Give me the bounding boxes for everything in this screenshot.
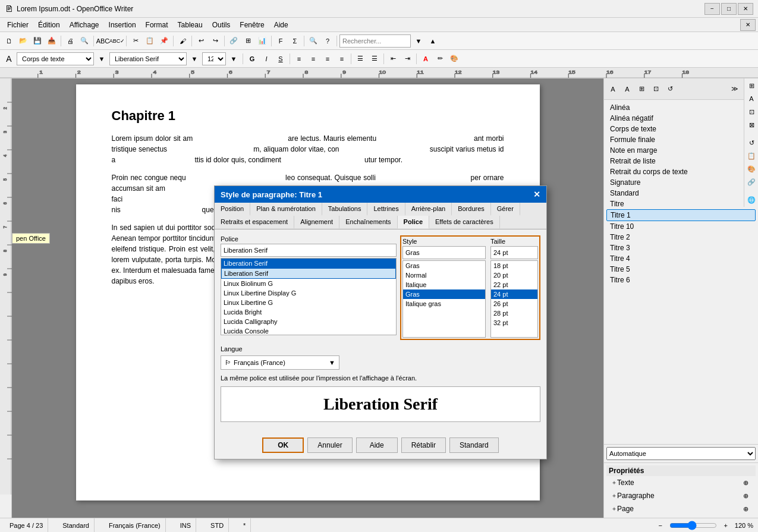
styles-icon-4[interactable]: ⊡ [649, 83, 662, 96]
tab-position[interactable]: Position [215, 203, 250, 216]
ok-button[interactable]: OK [262, 437, 304, 453]
size-item-1[interactable]: 18 pt [491, 261, 537, 270]
size-item-6[interactable]: 28 pt [491, 309, 537, 318]
police-item-5[interactable]: Linux Libertine G [221, 298, 396, 307]
prop-texte[interactable]: ＋ Texte ⊕ [606, 476, 756, 489]
style-item-2[interactable]: Normal [403, 270, 485, 280]
cancel-button[interactable]: Annuler [307, 437, 352, 453]
style-retrait-liste[interactable]: Retrait de liste [606, 156, 756, 166]
tab-enchainements[interactable]: Enchaînements [339, 216, 397, 229]
search-next-button[interactable]: ▼ [412, 34, 425, 48]
menu-aide[interactable]: Aide [269, 20, 293, 30]
menu-fenetre[interactable]: Fenêtre [235, 20, 269, 30]
styles-icon-1[interactable]: A [606, 83, 619, 96]
police-item-6[interactable]: Lucida Bright [221, 307, 396, 317]
tab-police[interactable]: Police [398, 216, 429, 229]
style-status[interactable]: Standard [58, 518, 95, 532]
tab-bordures[interactable]: Bordures [452, 203, 491, 216]
size-item-5[interactable]: 26 pt [491, 299, 537, 309]
bg-color-button[interactable]: 🎨 [448, 52, 461, 65]
style-corps-texte[interactable]: Corps de texte [606, 124, 756, 134]
maximize-button[interactable]: □ [721, 3, 737, 15]
list-number-button[interactable]: ☰ [368, 52, 381, 65]
style-alinea-negatif[interactable]: Alinéa négatif [606, 113, 756, 124]
undo-button[interactable]: ↩ [194, 34, 207, 48]
save-button[interactable]: 💾 [31, 34, 44, 48]
style-input[interactable] [402, 246, 486, 259]
side-icon-3[interactable]: ⊡ [746, 106, 757, 118]
menu-tableau[interactable]: Tableau [173, 20, 207, 30]
prop-paragraphe-button[interactable]: ⊕ [740, 490, 751, 501]
style-retrait-corps[interactable]: Retrait du corps de texte [606, 166, 756, 177]
redo-button[interactable]: ↪ [209, 34, 222, 48]
close-button[interactable]: ✕ [738, 3, 753, 15]
standard-button[interactable]: Standard [449, 437, 499, 453]
chart-button[interactable]: 📊 [256, 34, 269, 48]
side-icon-9[interactable]: 🌐 [746, 194, 757, 206]
tab-gerer[interactable]: Gérer [491, 203, 520, 216]
menu-edition[interactable]: Édition [33, 20, 65, 30]
styles-icon-3[interactable]: ⊞ [635, 83, 648, 96]
side-icon-4[interactable]: ⊠ [746, 119, 757, 131]
font-selector[interactable]: Liberation Serif [109, 52, 187, 65]
style-list[interactable]: Gras Normal Italique Gras Italique gras [402, 260, 486, 338]
style-formule-finale[interactable]: Formule finale [606, 134, 756, 145]
preview-button[interactable]: 🔍 [78, 34, 91, 48]
side-icon-6[interactable]: 📋 [746, 150, 757, 162]
spellcheck2-button[interactable]: ABC✓ [111, 34, 124, 48]
police-item-1[interactable]: Liberation Serif [221, 259, 396, 268]
size-dropdown-button[interactable]: ▼ [227, 52, 240, 65]
styles-icon-5[interactable]: ↺ [663, 83, 677, 96]
size-selector[interactable]: 12 [202, 52, 226, 65]
prop-page-button[interactable]: ⊕ [740, 503, 751, 514]
copy-button[interactable]: 📋 [143, 34, 156, 48]
styles-icon-2[interactable]: A [621, 83, 634, 96]
tab-effets[interactable]: Effets de caractères [429, 216, 500, 229]
list-bullet-button[interactable]: ☰ [354, 52, 367, 65]
style-titre-3[interactable]: Titre 3 [606, 243, 756, 253]
help-button[interactable]: Aide [356, 437, 398, 453]
side-icon-2[interactable]: A [746, 93, 757, 105]
search-prev-button[interactable]: ▲ [426, 34, 439, 48]
cut-button[interactable]: ✂ [129, 34, 142, 48]
zoom-in-button[interactable]: + [719, 519, 732, 532]
align-right-button[interactable]: ≡ [321, 52, 334, 65]
panel-more-button[interactable]: ≫ [728, 83, 741, 96]
minimize-button[interactable]: − [704, 3, 720, 15]
format-button[interactable]: 🖌 [176, 34, 189, 48]
tab-arriere-plan[interactable]: Arrière-plan [405, 203, 452, 216]
side-icon-7[interactable]: 🎨 [746, 163, 757, 175]
properties-header[interactable]: Propriétés [606, 465, 756, 476]
side-icon-1[interactable]: ⊞ [746, 80, 757, 92]
side-icon-8[interactable]: 🔗 [746, 176, 757, 188]
styles-filter-dropdown[interactable]: Automatique [606, 447, 756, 460]
align-center-button[interactable]: ≡ [307, 52, 320, 65]
police-item-3[interactable]: Linux Biolinum G [221, 279, 396, 288]
menu-insertion[interactable]: Insertion [104, 20, 141, 30]
tab-lettrines[interactable]: Lettrines [367, 203, 405, 216]
taille-list[interactable]: 18 pt 20 pt 22 pt 24 pt 26 pt 28 pt 32 p… [490, 260, 538, 338]
style-alinea[interactable]: Alinéa [606, 102, 756, 113]
document-area[interactable]: Chapitre 1 Lorem ipsum dolor sit am are … [12, 78, 603, 518]
find-button[interactable]: 🔍 [307, 34, 320, 48]
police-item-8[interactable]: Lucida Console [221, 326, 396, 335]
std-status[interactable]: STD [206, 518, 229, 532]
size-item-7[interactable]: 32 pt [491, 318, 537, 328]
size-item-2[interactable]: 20 pt [491, 270, 537, 280]
style-titre-5[interactable]: Titre 5 [606, 264, 756, 275]
langue-selector[interactable]: 🏳 Français (France) ▼ [221, 355, 339, 370]
style-titre-6[interactable]: Titre 6 [606, 275, 756, 285]
style-titre-2[interactable]: Titre 2 [606, 232, 756, 243]
ins-status[interactable]: INS [175, 518, 196, 532]
tab-alignement[interactable]: Alignement [294, 216, 339, 229]
style-standard[interactable]: Standard [606, 188, 756, 199]
police-item-7[interactable]: Lucida Calligraphy [221, 317, 396, 326]
close-menu-button[interactable]: ✕ [740, 19, 756, 31]
tab-tabulations[interactable]: Tabulations [322, 203, 368, 216]
prop-paragraphe[interactable]: ＋ Paragraphe ⊕ [606, 489, 756, 502]
open-button[interactable]: 📂 [17, 34, 30, 48]
style-sidebar-button[interactable]: A [2, 52, 15, 65]
indent-decrease-button[interactable]: ⇤ [386, 52, 400, 65]
calc-button[interactable]: Σ [288, 34, 301, 48]
font-dropdown-button[interactable]: ▼ [188, 52, 201, 65]
